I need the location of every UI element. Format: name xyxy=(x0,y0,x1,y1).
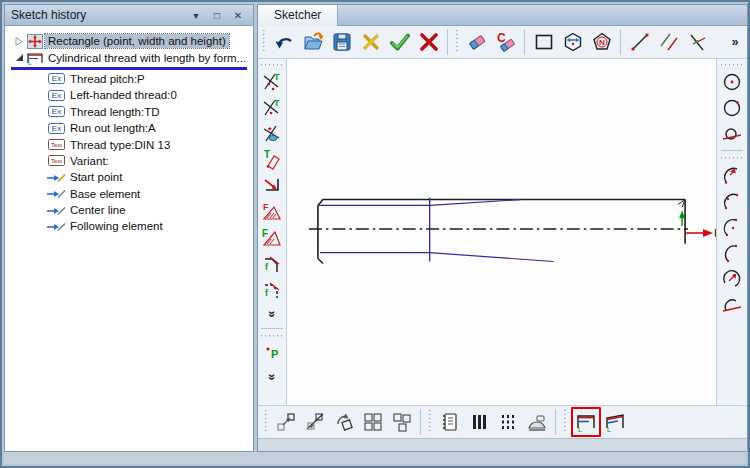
arc-swept-icon[interactable] xyxy=(720,266,745,292)
tree-child-label[interactable]: Variant: xyxy=(67,154,112,168)
circle-center-point-icon[interactable] xyxy=(720,69,745,95)
dimension-label[interactable]: H xyxy=(714,226,716,240)
sketch-history-header: Sketch history ▾ □ ✕ xyxy=(5,5,253,26)
eraser-icon[interactable] xyxy=(463,29,490,56)
tree-item-thread-label[interactable]: Cylindrical thread with length by form..… xyxy=(45,51,249,65)
toolbar-grip[interactable] xyxy=(563,410,567,434)
panel-menu-button[interactable]: ▾ xyxy=(187,8,205,23)
svg-text:f: f xyxy=(265,262,269,272)
thread-cylindrical-icon[interactable]: L xyxy=(574,410,598,434)
sketcher-top-toolbar: C N xyxy=(258,26,747,59)
thread-conical-icon[interactable]: L xyxy=(603,410,627,434)
panel-maximize-button[interactable]: □ xyxy=(208,8,226,23)
svg-text:Ex: Ex xyxy=(51,91,60,100)
tree-row-run-out-length[interactable]: Ex Run out length:A xyxy=(5,120,253,136)
hatch-solid-icon[interactable] xyxy=(465,409,492,436)
tree-child-label[interactable]: Following element xyxy=(67,219,166,233)
toolbar-overflow-button[interactable]: » xyxy=(725,29,745,56)
expander-expanded-icon[interactable] xyxy=(13,53,25,62)
tree-row-cylindrical-thread[interactable]: L Cylindrical thread with length by form… xyxy=(5,49,253,65)
stamp-icon[interactable] xyxy=(523,409,550,436)
more-tools-chevron-icon[interactable]: » xyxy=(260,303,285,325)
rectangle-tool-icon[interactable] xyxy=(530,29,557,56)
mirror-icon[interactable] xyxy=(301,409,328,436)
hatch-dashed-icon[interactable] xyxy=(494,409,521,436)
toolbar-grip[interactable] xyxy=(455,30,459,54)
tree-row-center-line[interactable]: Center line xyxy=(5,202,253,218)
angle-line-tool-icon[interactable] xyxy=(684,29,711,56)
svg-text:F: F xyxy=(263,202,269,212)
undo-icon[interactable] xyxy=(270,29,297,56)
tree-child-label[interactable]: Thread pitch:P xyxy=(67,72,148,86)
fillet-radius-icon[interactable]: F xyxy=(260,199,285,225)
tree-row-thread-length[interactable]: Ex Thread length:TD xyxy=(5,104,253,120)
log-book-icon[interactable] xyxy=(436,409,463,436)
arc-three-points-icon[interactable] xyxy=(720,188,745,214)
confirm-icon[interactable] xyxy=(386,29,413,56)
cancel-icon[interactable] xyxy=(415,29,442,56)
toolbar-grip[interactable] xyxy=(721,63,743,67)
pattern-custom-icon[interactable] xyxy=(388,409,415,436)
arc-open-icon[interactable] xyxy=(720,240,745,266)
tree-row-thread-type[interactable]: Text Thread type:DIN 13 xyxy=(5,136,253,152)
left-bottom-chamfer[interactable] xyxy=(318,259,323,264)
tree-child-label[interactable]: Base element xyxy=(67,187,143,201)
tree-child-label[interactable]: Start point xyxy=(67,170,125,184)
pattern-grid-icon[interactable] xyxy=(359,409,386,436)
tree-row-thread-pitch[interactable]: Ex Thread pitch:P xyxy=(5,71,253,87)
run-out-top-line[interactable] xyxy=(430,200,521,206)
chamfer-icon[interactable]: f xyxy=(260,251,285,277)
tree-child-label[interactable]: Thread length:TD xyxy=(67,105,163,119)
chamfer-alt-icon[interactable]: f xyxy=(260,277,285,303)
tree-row-left-handed[interactable]: Ex Left-handed thread:0 xyxy=(5,87,253,103)
tangent-line-icon[interactable]: T xyxy=(260,147,285,173)
point-tool-icon[interactable]: P xyxy=(260,340,285,366)
tree-item-rectangle-label[interactable]: Rectangle (point, width and height) xyxy=(45,34,229,48)
toolbar-grip[interactable] xyxy=(721,156,743,160)
toolbar-grip[interactable] xyxy=(264,410,268,434)
rotate-copy-icon[interactable] xyxy=(330,409,357,436)
tree-row-variant[interactable]: Text Variant: xyxy=(5,153,253,169)
tree-child-label[interactable]: Center line xyxy=(67,203,129,217)
sketcher-tab[interactable]: Sketcher xyxy=(258,5,338,26)
element-icon xyxy=(45,188,67,199)
toolbar-grip[interactable] xyxy=(261,63,283,67)
ngon-tool-icon[interactable]: N xyxy=(588,29,615,56)
sketcher-left-toolbar: T T * T F F xyxy=(258,59,287,405)
line-tool-icon[interactable] xyxy=(626,29,653,56)
tree-row-start-point[interactable]: Start point xyxy=(5,169,253,185)
run-out-bottom-line[interactable] xyxy=(430,253,554,262)
tree-child-label[interactable]: Left-handed thread:0 xyxy=(67,88,180,102)
toolbar-grip[interactable] xyxy=(262,30,266,54)
trim-two-elements-icon[interactable]: T xyxy=(260,69,285,95)
fillet-radius-alt-icon[interactable]: F xyxy=(260,225,285,251)
expander-collapsed-icon[interactable] xyxy=(13,37,25,46)
svg-text:T: T xyxy=(274,98,280,108)
more-tools-chevron-icon[interactable]: » xyxy=(260,366,285,388)
eraser-all-icon[interactable]: C xyxy=(492,29,519,56)
trim-element-icon[interactable]: T xyxy=(260,95,285,121)
toolbar-grip[interactable] xyxy=(261,334,283,338)
tree-row-rectangle[interactable]: Rectangle (point, width and height) xyxy=(5,33,253,49)
circle-periphery-icon[interactable] xyxy=(720,95,745,121)
shorten-to-corner-icon[interactable] xyxy=(260,173,285,199)
sketch-canvas[interactable]: H xyxy=(287,59,716,405)
polygon-tool-icon[interactable] xyxy=(559,29,586,56)
tree-child-label[interactable]: Thread type:DIN 13 xyxy=(67,138,173,152)
toolbar-grip[interactable] xyxy=(428,410,432,434)
circle-tangent-icon[interactable] xyxy=(720,121,745,147)
arc-tangent-icon[interactable] xyxy=(720,292,745,318)
tree-row-base-element[interactable]: Base element xyxy=(5,186,253,202)
arc-center-icon[interactable] xyxy=(720,214,745,240)
panel-close-button[interactable]: ✕ xyxy=(229,8,247,23)
tree-row-following-element[interactable]: Following element xyxy=(5,218,253,234)
delete-element-part-icon[interactable]: * xyxy=(260,121,285,147)
save-icon[interactable] xyxy=(328,29,355,56)
open-file-icon[interactable] xyxy=(299,29,326,56)
parallel-line-tool-icon[interactable] xyxy=(655,29,682,56)
delete-selection-icon[interactable] xyxy=(357,29,384,56)
tree-child-label[interactable]: Run out length:A xyxy=(67,121,159,135)
move-copy-icon[interactable] xyxy=(272,409,299,436)
arc-start-end-icon[interactable] xyxy=(720,162,745,188)
svg-text:Text: Text xyxy=(50,142,61,148)
